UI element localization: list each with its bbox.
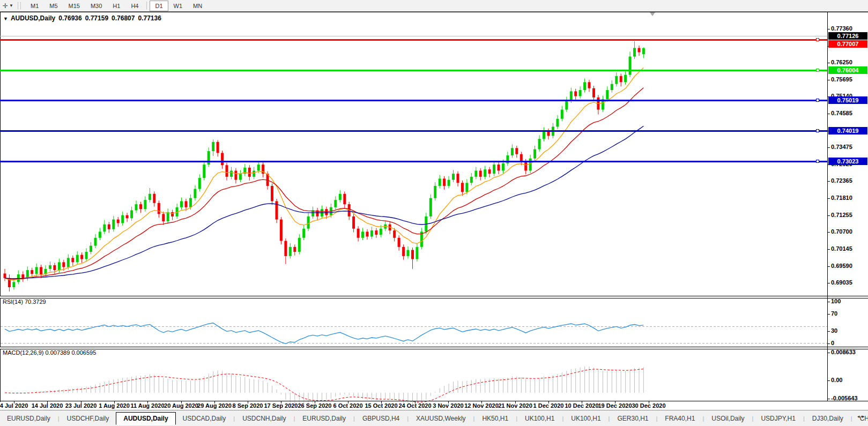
rsi-tick-mark (827, 343, 830, 344)
chart-tab-fra40-h1[interactable]: FRA40,H1 (658, 413, 702, 424)
horizontal-line-0.76004[interactable] (0, 70, 827, 71)
line-price-badge: 0.74019 (828, 127, 867, 134)
macd-tick-label: 0.00 (831, 377, 867, 383)
price-tick-label: 0.69590 (831, 263, 867, 269)
timeframe-toolbar: ✛ ▼ M1M5M15M30H1H4D1W1MN (0, 0, 868, 12)
price-tick-label: 0.73475 (831, 144, 867, 150)
rsi-tick-mark (827, 302, 830, 302)
price-tick-mark (827, 63, 830, 63)
rsi-tick-label: 0 (831, 340, 867, 346)
price-tick-mark (827, 283, 830, 283)
price-tick-label: 0.71255 (831, 212, 867, 218)
chevron-down-icon[interactable]: ▼ (9, 3, 13, 8)
current-price-line (0, 36, 827, 36)
rsi-tick-label: 100 (831, 298, 867, 304)
horizontal-line-0.77007[interactable] (0, 39, 827, 41)
price-axis-line (827, 12, 828, 401)
macd-tick-mark (827, 380, 830, 381)
line-handle[interactable] (816, 129, 819, 132)
timeframe-button-m5[interactable]: M5 (44, 1, 63, 11)
timeframe-button-d1[interactable]: D1 (150, 1, 168, 11)
chart-tab-hk50-h1[interactable]: HK50,H1 (475, 413, 515, 424)
tab-scroll-arrows[interactable]: ◂▸ (857, 414, 866, 419)
macd-tick-mark (827, 399, 830, 399)
price-tick-mark (827, 29, 830, 29)
toolbar-grip (18, 2, 21, 9)
horizontal-line-0.74019[interactable] (0, 130, 827, 132)
chart-tab-dj30-daily[interactable]: DJ30,Daily (805, 413, 850, 424)
price-tick-label: 0.74585 (831, 110, 867, 116)
rsi-tick-label: 30 (831, 327, 867, 334)
high-value: 0.77159 (85, 14, 108, 22)
scroll-right-icon: ▸ (862, 414, 866, 419)
macd-tick-label: 0.008633 (831, 349, 867, 355)
chart-tab-audusd-daily[interactable]: AUDUSD,Daily (116, 412, 175, 425)
chart-tab-xauusd-weekly[interactable]: XAUUSD,Weekly (409, 413, 472, 424)
price-tick-mark (827, 147, 830, 148)
timeframe-button-m1[interactable]: M1 (25, 1, 44, 11)
macd-label: MACD(12,26,9) 0.007389 0.006595 (3, 349, 96, 356)
price-tick-label: 0.72365 (831, 177, 867, 184)
price-tick-label: 0.70700 (831, 228, 867, 235)
rsi-label: RSI(14) 70.3729 (3, 298, 46, 305)
toolbar-separator (146, 2, 147, 10)
crosshair-icon[interactable]: ✛ (3, 2, 8, 10)
chart-shift-marker[interactable] (650, 12, 655, 16)
rsi-tick-label: 70 (831, 310, 867, 317)
price-tick-mark (827, 266, 830, 267)
current-price-badge: 0.77126 (828, 32, 867, 40)
rsi-canvas[interactable] (1, 310, 828, 360)
panel-splitter[interactable] (0, 347, 868, 349)
chart-tab-uk100-h1[interactable]: UK100,H1 (564, 413, 607, 424)
mt4-window: ✛ ▼ M1M5M15M30H1H4D1W1MN ▼AUDUSD,Daily0.… (0, 0, 868, 426)
low-value: 0.76807 (112, 14, 135, 22)
price-tick-mark (827, 198, 830, 199)
line-handle[interactable] (816, 69, 819, 72)
price-tick-mark (827, 232, 830, 233)
line-price-badge: 0.77007 (828, 40, 867, 48)
chart-tab-uk100-h1[interactable]: UK100,H1 (518, 413, 561, 424)
line-handle[interactable] (816, 99, 819, 102)
timeframe-button-h4[interactable]: H4 (125, 1, 144, 11)
price-tick-mark (827, 249, 830, 250)
chart-tab-usdjpy-h1[interactable]: USDJPY,H1 (754, 413, 802, 424)
chart-tab-usoil-daily[interactable]: USOil,Daily (704, 413, 751, 424)
timeframe-button-w1[interactable]: W1 (168, 1, 188, 11)
time-axis-line (0, 401, 868, 401)
chart-tab-eurusd-daily[interactable]: EURUSD,Daily (295, 413, 353, 424)
price-tick-label: 0.77360 (831, 25, 867, 32)
chart-tab-gbpusd-h4[interactable]: GBPUSD,H4 (355, 413, 406, 424)
line-price-badge: 0.75019 (828, 96, 867, 104)
chart-tab-usdcad-daily[interactable]: USDCAD,Daily (176, 413, 233, 424)
horizontal-line-0.75019[interactable] (0, 100, 827, 101)
close-value: 0.77136 (138, 14, 161, 22)
rsi-tick-mark (827, 314, 830, 315)
rsi-tick-mark (827, 331, 830, 332)
price-chart-canvas[interactable] (1, 25, 828, 309)
chart-tab-usdchf-daily[interactable]: USDCHF,Daily (60, 413, 116, 424)
panel-splitter[interactable] (0, 296, 868, 298)
timeframe-button-h1[interactable]: H1 (107, 1, 125, 11)
price-tick-label: 0.75695 (831, 76, 867, 83)
price-tick-mark (827, 215, 830, 216)
timeframe-button-mn[interactable]: MN (188, 1, 207, 11)
line-handle[interactable] (816, 38, 819, 41)
chart-tab-eurusd-daily[interactable]: EURUSD,Daily (0, 413, 57, 424)
price-tick-label: 0.76250 (831, 59, 867, 65)
line-handle[interactable] (816, 160, 819, 163)
price-tick-label: 0.69035 (831, 279, 867, 286)
line-price-badge: 0.76004 (828, 66, 867, 74)
chart-tab-usdcnh-daily[interactable]: USDCNH,Daily (235, 413, 293, 424)
macd-tick-mark (827, 353, 830, 353)
timeframe-buttons: M1M5M15M30H1H4D1W1MN (25, 1, 207, 11)
macd-tick-label: -0.005643 (831, 395, 867, 401)
price-tick-label: 0.71810 (831, 195, 867, 201)
horizontal-line-0.73023[interactable] (0, 161, 827, 162)
chart-tab-ger30-h1[interactable]: GER30,H1 (610, 413, 655, 424)
timeframe-button-m30[interactable]: M30 (85, 1, 107, 11)
timeframe-button-m15[interactable]: M15 (63, 1, 85, 11)
ohlc-toggle-icon[interactable]: ▼ (3, 16, 8, 21)
price-tick-mark (827, 181, 830, 182)
line-price-badge: 0.73023 (828, 158, 867, 165)
price-tick-mark (827, 114, 830, 114)
